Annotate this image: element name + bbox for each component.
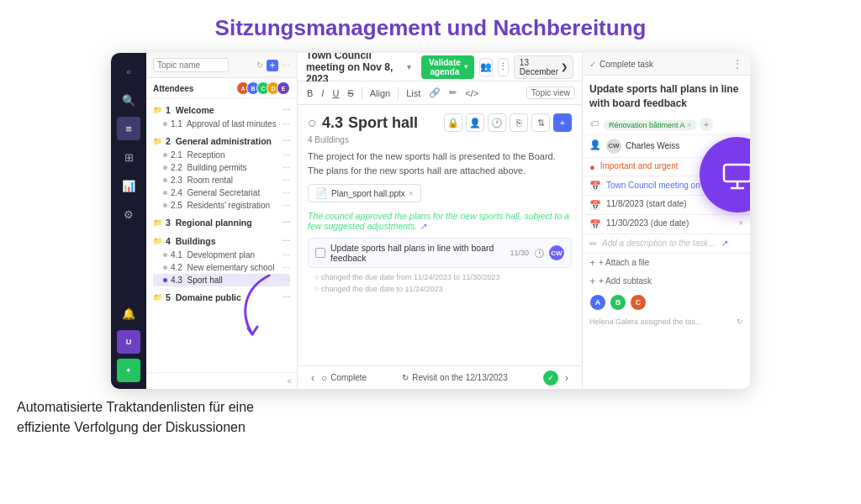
task-row[interactable]: Update sports hall plans in line with bo…	[308, 238, 572, 268]
topic-add-btn[interactable]: +	[553, 113, 572, 132]
activity-row: Helena Galera assigned the tas... ↻	[583, 314, 750, 329]
add-icon[interactable]: +	[267, 60, 278, 71]
sidebar-settings-icon[interactable]: ⚙	[117, 202, 140, 226]
desc-expand-icon[interactable]: ↗	[721, 239, 728, 248]
sidebar-menu-icon[interactable]: ≡	[117, 117, 140, 140]
date-button[interactable]: 13 December ❯	[514, 55, 573, 79]
topic-copy-icon[interactable]: ⎘	[510, 113, 528, 132]
act-avatar-3: C	[630, 294, 647, 311]
topic-move-icon[interactable]: ⇅	[531, 113, 550, 132]
section-more[interactable]: ⋯	[283, 106, 290, 114]
panel-more-icon[interactable]: ⋮	[732, 57, 743, 71]
item-more[interactable]: ⋯	[283, 120, 290, 129]
item-more[interactable]: ⋯	[283, 176, 290, 185]
sidebar-collapse-icon[interactable]: «	[117, 60, 140, 83]
desc-placeholder[interactable]: Add a description to the task...	[602, 239, 716, 248]
item-more[interactable]: ⋯	[283, 251, 290, 260]
link-button[interactable]: 🔗	[426, 87, 443, 99]
sidebar-gear-icon[interactable]: ✦	[117, 359, 140, 382]
item-more[interactable]: ⋯	[283, 202, 290, 210]
revisit-button[interactable]: ↻ Revisit on the 12/13/2023	[402, 373, 507, 382]
agenda-item-2-3[interactable]: 2.3 Room rental ⋯	[153, 174, 290, 186]
agenda-section-general[interactable]: 📁 2 General administration ⋯	[153, 134, 290, 149]
agenda-section-welcome[interactable]: 📁 1 Welcome ⋯	[153, 102, 290, 118]
add-subtask-row[interactable]: + + Add subtask	[583, 272, 750, 291]
edit-button[interactable]: ✏	[446, 87, 459, 99]
attendees-row: Attendees A B C D E	[146, 78, 297, 99]
file-chip[interactable]: 📄 Plan_sport hall.pptx ×	[308, 184, 421, 202]
tag-remove-icon[interactable]: ×	[688, 121, 692, 129]
italic-button[interactable]: I	[319, 87, 326, 99]
agenda-item-2-1[interactable]: 2.1 Reception ⋯	[153, 149, 290, 161]
desc-icon: ✏	[589, 239, 597, 249]
topic-name: Sport hall	[348, 114, 418, 132]
item-label: 2.1 Reception	[171, 150, 225, 160]
more-options-btn[interactable]: ⋮	[498, 58, 509, 76]
strikethrough-button[interactable]: S	[345, 87, 356, 99]
item-more[interactable]: ⋯	[283, 151, 290, 160]
prev-arrow-btn[interactable]: ‹	[304, 370, 321, 386]
file-close-icon[interactable]: ×	[409, 189, 414, 198]
item-dot	[163, 153, 167, 157]
bottom-text: Automatisierte Traktandenlisten für eine…	[0, 397, 271, 438]
complete-button[interactable]: ○ Complete	[321, 372, 367, 384]
topic-clock-icon[interactable]: 🕐	[488, 113, 506, 132]
item-more[interactable]: ⋯	[283, 276, 290, 285]
complete-task-label: Complete task	[600, 60, 653, 69]
task-checkbox[interactable]	[315, 248, 325, 258]
item-dot	[163, 203, 167, 207]
item-more[interactable]: ⋯	[283, 189, 290, 197]
agenda-item-2-4[interactable]: 2.4 General Secretariat ⋯	[153, 186, 290, 199]
attach-file-row[interactable]: + + Attach a file	[583, 254, 750, 272]
activity-icon[interactable]: ↻	[737, 318, 743, 326]
sidebar-avatar[interactable]: U	[117, 330, 140, 354]
agenda-item-2-2[interactable]: 2.2 Building permits ⋯	[153, 161, 290, 174]
people-icon-btn[interactable]: 👥	[479, 58, 493, 76]
item-label: 2.4 General Secretariat	[171, 188, 260, 197]
validate-dropdown-icon[interactable]: ▾	[464, 63, 467, 71]
agenda-item-2-5[interactable]: 2.5 Residents' registration ⋯	[153, 199, 290, 212]
sidebar-chart-icon[interactable]: 📊	[117, 174, 140, 197]
validate-agenda-button[interactable]: Validate agenda ▾	[421, 55, 473, 79]
section-more[interactable]: ⋯	[283, 237, 290, 245]
title-chevron-icon[interactable]: ▾	[407, 63, 411, 71]
topic-view-button[interactable]: Topic view	[526, 87, 575, 99]
section-more[interactable]: ⋯	[283, 293, 290, 302]
sidebar-search-icon[interactable]: 🔍	[117, 88, 140, 112]
list-button[interactable]: List	[404, 87, 423, 99]
check-complete-icon[interactable]: ✓	[543, 370, 558, 386]
underline-button[interactable]: U	[330, 87, 341, 99]
sidebar-grid-icon[interactable]: ⊞	[117, 145, 140, 169]
folder-icon: 📁	[153, 106, 162, 114]
next-arrow-btn[interactable]: ›	[558, 370, 575, 386]
topic-user-icon[interactable]: 👤	[466, 113, 484, 132]
agenda-item-4-1[interactable]: 4.1 Development plan ⋯	[153, 249, 290, 261]
suggestion-link[interactable]: ↗	[420, 222, 426, 231]
avatar-5: E	[277, 81, 290, 95]
more-icon[interactable]: ⋯	[282, 60, 290, 70]
item-more[interactable]: ⋯	[283, 264, 290, 272]
item-more[interactable]: ⋯	[283, 164, 290, 172]
tag-content: Rénovation bâtiment A × +	[604, 118, 743, 131]
agenda-item-1-1[interactable]: 1.1 Approval of last minutes ⋯	[153, 118, 290, 130]
agenda-section-regional[interactable]: 📁 3 Regional planning ⋯	[153, 215, 290, 230]
sidebar-bell-icon[interactable]: 🔔	[117, 302, 140, 325]
date-arrow-icon: ❯	[561, 62, 568, 71]
topic-lock-icon[interactable]: 🔒	[444, 113, 462, 132]
align-button[interactable]: Align	[367, 87, 393, 99]
bold-button[interactable]: B	[304, 87, 315, 99]
complete-task-button[interactable]: ✓ Complete task	[589, 60, 653, 69]
refresh-icon[interactable]: ↻	[256, 60, 263, 70]
agenda-section-buildings[interactable]: 📁 4 Buildings ⋯	[153, 234, 290, 249]
code-button[interactable]: </>	[462, 87, 481, 99]
bottom-bar: ‹ ○ Complete ↻ Revisit on the 12/13/2023…	[298, 365, 582, 389]
section-more[interactable]: ⋯	[283, 137, 290, 145]
meeting-link[interactable]: Town Council meeting on ...	[606, 181, 710, 190]
complete-label: Complete	[330, 373, 367, 382]
agenda-collapse-btn[interactable]: «	[146, 372, 297, 389]
add-tag-btn[interactable]: +	[700, 118, 713, 131]
main-content: Town Council meeting on Nov 8, 2023 ▾ Va…	[298, 53, 582, 389]
due-date-remove[interactable]: ×	[738, 218, 743, 228]
section-more[interactable]: ⋯	[283, 218, 290, 227]
topic-search-input[interactable]	[153, 58, 229, 72]
